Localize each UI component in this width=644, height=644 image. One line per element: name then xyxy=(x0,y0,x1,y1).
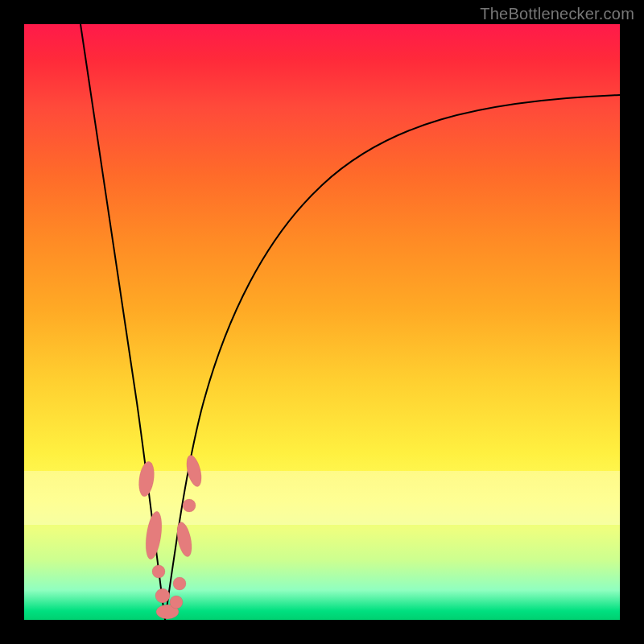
marker-dot xyxy=(155,588,170,603)
marker-dot xyxy=(170,596,183,609)
chart-frame: TheBottlenecker.com xyxy=(0,0,644,644)
marker-blob-right-upper xyxy=(184,454,204,489)
marker-blob-left-lower xyxy=(143,510,164,560)
marker-dot xyxy=(173,577,186,590)
curve-layer xyxy=(24,24,620,620)
marker-blob-left-upper xyxy=(137,460,156,497)
plot-area xyxy=(24,24,620,620)
marker-dot xyxy=(183,499,196,512)
curve-right-branch xyxy=(165,95,620,620)
watermark-text: TheBottlenecker.com xyxy=(480,5,634,23)
marker-dot xyxy=(152,565,165,578)
